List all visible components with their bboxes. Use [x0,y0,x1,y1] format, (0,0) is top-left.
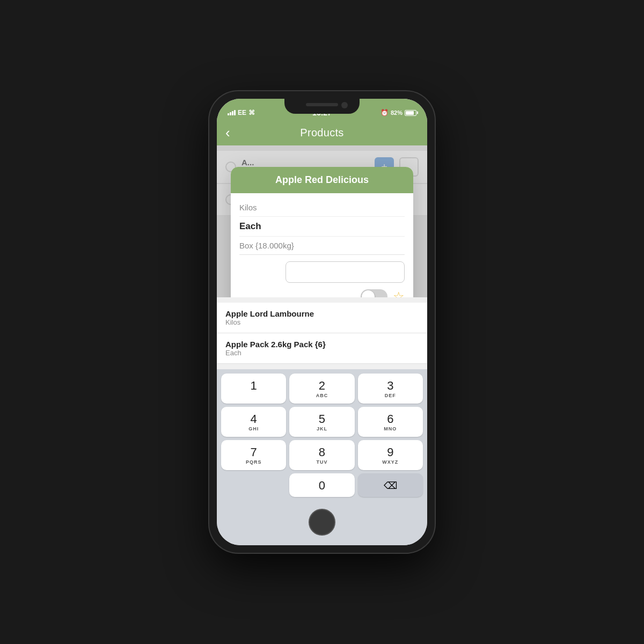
key-num-5: 5 [319,413,325,425]
signal-bar-1 [228,113,229,115]
home-button[interactable] [309,509,335,536]
unit-option-kilos[interactable]: Kilos [239,199,405,217]
star-icon[interactable]: ☆ [393,289,405,297]
unit-picker[interactable]: Kilos Each Box {18.000kg} [239,199,405,255]
dialog-title: Apple Red Delicious [231,167,413,193]
battery-percent: 82% [391,109,402,116]
key-letters-3: DEF [385,393,396,398]
key-letters-5: JKL [317,426,327,431]
delete-key[interactable]: ⌫ [358,473,423,497]
list-item-lord-lambourne[interactable]: Apple Lord Lambourne Kilos [217,303,427,333]
key-letters-6: MNO [384,426,397,431]
dialog: Apple Red Delicious Kilos Each Box {18.0… [231,167,413,297]
dialog-extra-row: ☆ [239,289,405,297]
key-num-7: 7 [251,447,257,458]
key-9[interactable]: 9 WXYZ [358,440,423,470]
key-4[interactable]: 4 GHI [221,407,286,437]
battery-icon [405,110,416,116]
dialog-toggle-row [239,261,405,283]
key-num-4: 4 [251,413,257,425]
key-num-0: 0 [319,480,325,492]
product-unit-pack: Each [225,349,419,357]
carrier-name: EE [238,109,246,116]
key-1[interactable]: 1 [221,374,286,404]
key-letters-4: GHI [248,426,259,431]
back-chevron-icon: ‹ [225,125,230,141]
key-2[interactable]: 2 ABC [289,374,354,404]
key-num-1: 1 [251,380,257,392]
key-3[interactable]: 3 DEF [358,374,423,404]
delete-icon: ⌫ [384,480,397,492]
speaker [306,103,338,106]
key-7[interactable]: 7 PQRS [221,440,286,470]
status-right: ⏰ 82% [380,109,416,116]
product-list-section: Apple Lord Lambourne Kilos Apple Pack 2.… [217,297,427,369]
nav-title: Products [300,127,343,139]
wifi-icon: ⌘ [248,109,255,116]
alarm-icon: ⏰ [380,109,389,116]
main-content: A... K... + A... K... [217,145,427,297]
phone-frame: EE ⌘ 16:27 ⏰ 82% ‹ Products [209,91,435,553]
dialog-body: Kilos Each Box {18.000kg} [231,193,413,297]
status-left: EE ⌘ [228,109,255,116]
key-num-3: 3 [387,380,393,392]
unit-option-each[interactable]: Each [239,217,405,237]
battery-fill [406,111,414,115]
key-5[interactable]: 5 JKL [289,407,354,437]
signal-bar-3 [232,111,233,115]
home-area [217,501,427,545]
back-button[interactable]: ‹ [225,125,230,141]
signal-bar-2 [230,112,231,115]
key-num-6: 6 [387,413,393,425]
keypad: 1 2 ABC 3 DEF 4 GHI 5 JKL 6 MNO [217,369,427,501]
product-unit-lord: Kilos [225,318,419,326]
key-letters-8: TUV [316,459,327,465]
unit-option-box[interactable]: Box {18.000kg} [239,237,405,254]
key-6[interactable]: 6 MNO [358,407,423,437]
camera [341,102,348,108]
key-letters-7: PQRS [246,459,262,465]
toggle-switch[interactable] [361,289,387,297]
phone-notch [284,99,360,114]
signal-bars [228,110,236,115]
key-letters-2: ABC [316,393,328,398]
product-name-pack: Apple Pack 2.6kg Pack {6} [225,340,419,349]
quantity-input[interactable] [286,261,405,283]
key-num-2: 2 [319,380,325,392]
dialog-overlay: Apple Red Delicious Kilos Each Box {18.0… [217,145,427,297]
signal-bar-4 [234,110,236,115]
key-8[interactable]: 8 TUV [289,440,354,470]
key-num-9: 9 [387,447,393,458]
nav-bar: ‹ Products [217,122,427,145]
list-item-pack[interactable]: Apple Pack 2.6kg Pack {6} Each [217,333,427,364]
product-name-lord: Apple Lord Lambourne [225,309,419,318]
toggle-knob [362,290,375,297]
key-num-8: 8 [319,447,325,458]
key-0[interactable]: 0 [289,473,354,497]
phone-screen: EE ⌘ 16:27 ⏰ 82% ‹ Products [217,99,427,545]
key-letters-9: WXYZ [382,459,398,465]
